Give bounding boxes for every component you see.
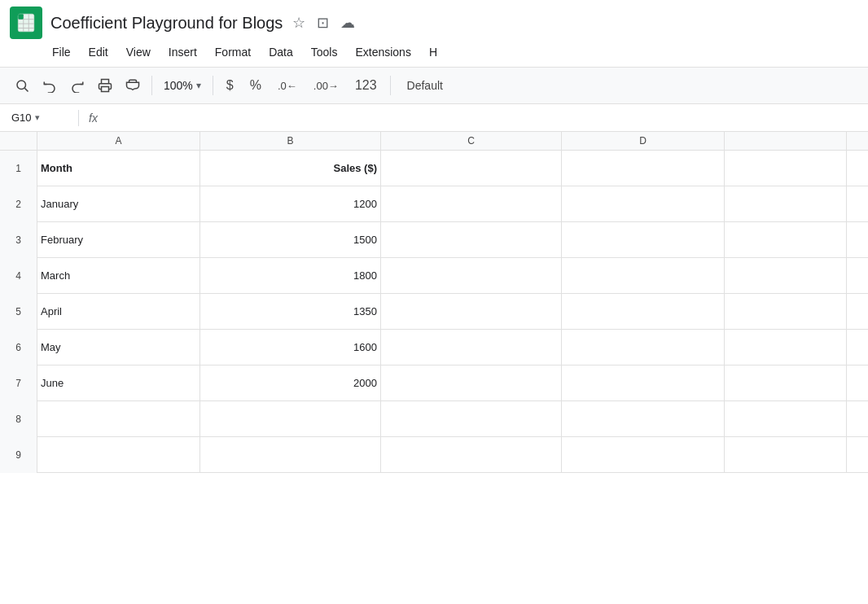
- format-123-button[interactable]: 123: [349, 73, 384, 98]
- undo-button[interactable]: [37, 73, 62, 98]
- row-num-9: 9: [0, 437, 37, 473]
- cell-d7[interactable]: [562, 365, 725, 400]
- percent-format-button[interactable]: %: [243, 73, 268, 98]
- cell-d4[interactable]: [562, 258, 725, 293]
- cell-e7[interactable]: [725, 365, 847, 400]
- cell-a4[interactable]: March: [37, 258, 200, 293]
- cell-a7[interactable]: June: [37, 365, 200, 400]
- search-button[interactable]: [10, 73, 34, 98]
- cell-c4[interactable]: [381, 258, 562, 293]
- col-header-d[interactable]: D: [562, 132, 725, 150]
- cell-b3[interactable]: 1500: [200, 222, 381, 257]
- percent-label: %: [250, 78, 261, 93]
- cell-c7[interactable]: [381, 365, 562, 400]
- doc-title[interactable]: Coefficient Playground for Blogs: [50, 12, 283, 33]
- row-num-8: 8: [0, 401, 37, 437]
- paint-format-button[interactable]: [121, 73, 145, 98]
- cell-a5[interactable]: April: [37, 294, 200, 329]
- formula-bar: G10 ▾ fx: [0, 104, 868, 132]
- title-icons: ☆ ⊡ ☁: [289, 12, 358, 33]
- menu-view[interactable]: View: [118, 42, 159, 62]
- decrease-decimal-button[interactable]: .0←: [271, 73, 304, 98]
- cell-a3[interactable]: February: [37, 222, 200, 257]
- title-bar: Coefficient Playground for Blogs ☆ ⊡ ☁: [0, 0, 868, 42]
- menu-tools[interactable]: Tools: [303, 42, 346, 62]
- cell-c5[interactable]: [381, 294, 562, 329]
- separator-3: [390, 76, 391, 95]
- zoom-selector[interactable]: 100% ▾: [159, 77, 206, 94]
- menu-extensions[interactable]: Extensions: [347, 42, 419, 62]
- cell-c6[interactable]: [381, 330, 562, 365]
- cell-a1[interactable]: Month: [37, 151, 200, 186]
- redo-button[interactable]: [65, 73, 90, 98]
- fx-label: fx: [89, 112, 98, 125]
- svg-point-8: [17, 81, 26, 90]
- table-row: 2 January 1200: [0, 186, 868, 222]
- cell-c8[interactable]: [381, 401, 562, 436]
- dec-increase-icon: .00→: [313, 80, 339, 92]
- sheet-scroll[interactable]: 1 Month Sales ($) 2 January 1200 3 Febru…: [0, 151, 868, 473]
- row-num-2: 2: [0, 186, 37, 222]
- menu-insert[interactable]: Insert: [160, 42, 205, 62]
- col-header-b[interactable]: B: [200, 132, 381, 150]
- menu-format[interactable]: Format: [207, 42, 259, 62]
- formula-separator: [78, 110, 79, 126]
- dec-decrease-icon: .0←: [278, 80, 297, 92]
- cell-e9[interactable]: [725, 437, 847, 472]
- cell-c1[interactable]: [381, 151, 562, 186]
- cell-b1[interactable]: Sales ($): [200, 151, 381, 186]
- cell-d2[interactable]: [562, 186, 725, 221]
- cell-e6[interactable]: [725, 330, 847, 365]
- cell-d8[interactable]: [562, 401, 725, 436]
- formula-input[interactable]: [104, 109, 861, 127]
- cell-d5[interactable]: [562, 294, 725, 329]
- cell-e4[interactable]: [725, 258, 847, 293]
- cell-a6[interactable]: May: [37, 330, 200, 365]
- cell-a8[interactable]: [37, 401, 200, 436]
- format-123-label: 123: [355, 78, 377, 93]
- table-row: 9: [0, 437, 868, 473]
- cell-d1[interactable]: [562, 151, 725, 186]
- cell-c9[interactable]: [381, 437, 562, 472]
- cell-d3[interactable]: [562, 222, 725, 257]
- table-row: 1 Month Sales ($): [0, 151, 868, 186]
- toolbar: 100% ▾ $ % .0← .00→ 123 Default: [0, 67, 868, 104]
- cell-b8[interactable]: [200, 401, 381, 436]
- menu-edit[interactable]: Edit: [81, 42, 116, 62]
- col-header-c[interactable]: C: [381, 132, 562, 150]
- menu-file[interactable]: File: [44, 42, 79, 62]
- cell-e3[interactable]: [725, 222, 847, 257]
- row-num-5: 5: [0, 294, 37, 330]
- cell-c2[interactable]: [381, 186, 562, 221]
- cell-c3[interactable]: [381, 222, 562, 257]
- increase-decimal-button[interactable]: .00→: [307, 73, 345, 98]
- col-header-e[interactable]: [725, 132, 847, 150]
- cell-b2[interactable]: 1200: [200, 186, 381, 221]
- table-row: 6 May 1600: [0, 330, 868, 365]
- cell-e8[interactable]: [725, 401, 847, 436]
- cell-b5[interactable]: 1350: [200, 294, 381, 329]
- cell-b4[interactable]: 1800: [200, 258, 381, 293]
- menu-help[interactable]: H: [421, 42, 445, 62]
- cell-a9[interactable]: [37, 437, 200, 472]
- table-row: 7 June 2000: [0, 365, 868, 401]
- cell-a2[interactable]: January: [37, 186, 200, 221]
- print-button[interactable]: [93, 73, 117, 98]
- folder-icon[interactable]: ⊡: [313, 12, 332, 33]
- star-icon[interactable]: ☆: [289, 12, 309, 33]
- row-num-7: 7: [0, 365, 37, 401]
- cell-b7[interactable]: 2000: [200, 365, 381, 400]
- cloud-icon[interactable]: ☁: [337, 12, 358, 33]
- col-header-a[interactable]: A: [37, 132, 200, 150]
- cell-d9[interactable]: [562, 437, 725, 472]
- cell-reference-box[interactable]: G10 ▾: [7, 110, 72, 125]
- menu-data[interactable]: Data: [261, 42, 301, 62]
- cell-e5[interactable]: [725, 294, 847, 329]
- cell-d6[interactable]: [562, 330, 725, 365]
- dollar-format-button[interactable]: $: [220, 73, 240, 98]
- format-selector[interactable]: Default: [401, 77, 449, 94]
- cell-e1[interactable]: [725, 151, 847, 186]
- cell-b9[interactable]: [200, 437, 381, 472]
- cell-b6[interactable]: 1600: [200, 330, 381, 365]
- cell-e2[interactable]: [725, 186, 847, 221]
